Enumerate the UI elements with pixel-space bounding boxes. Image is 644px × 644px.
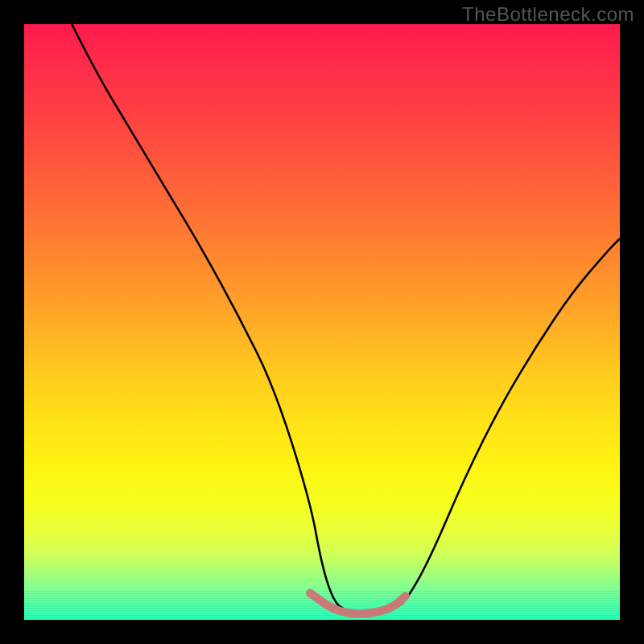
plot-area xyxy=(24,24,620,620)
curve-svg xyxy=(24,24,620,620)
trough-highlight xyxy=(310,593,405,614)
main-curve xyxy=(72,24,620,614)
watermark-text: TheBottleneck.com xyxy=(462,3,634,26)
chart-frame: TheBottleneck.com xyxy=(0,0,644,644)
